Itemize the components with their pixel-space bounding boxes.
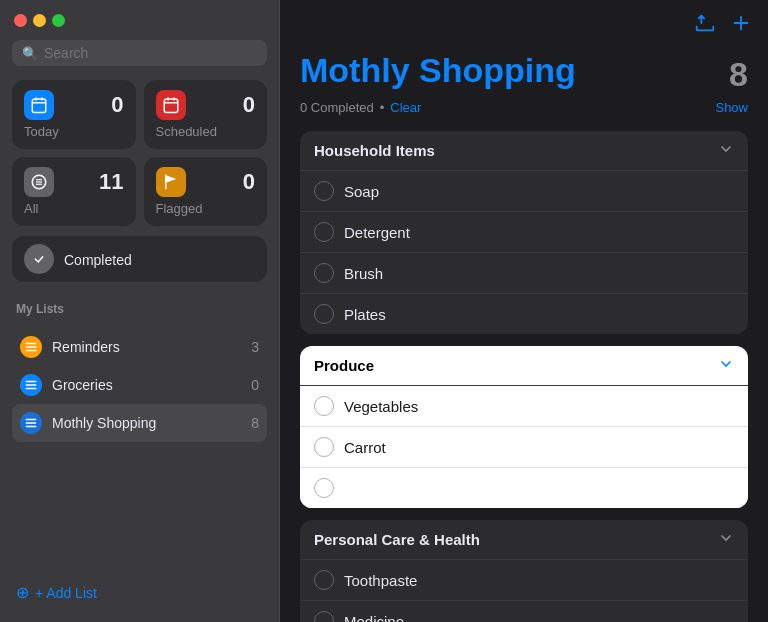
- completed-label: Completed: [64, 252, 132, 268]
- item-text: Detergent: [344, 224, 410, 241]
- close-button[interactable]: [14, 14, 27, 27]
- list-title: Mothly Shopping: [300, 51, 576, 90]
- sidebar-item-groceries[interactable]: Groceries 0: [12, 366, 267, 404]
- mothly-shopping-label: Mothly Shopping: [52, 415, 156, 431]
- completed-icon: [24, 244, 54, 274]
- sidebar-item-scheduled[interactable]: 0 Scheduled: [144, 80, 268, 149]
- item-checkbox[interactable]: [314, 396, 334, 416]
- sidebar-item-today[interactable]: 0 Today: [12, 80, 136, 149]
- groceries-dot: [20, 374, 42, 396]
- section-household: Household Items Soap Detergent: [300, 131, 748, 334]
- produce-chevron-icon: [718, 356, 734, 375]
- list-item[interactable]: Detergent: [300, 212, 748, 253]
- all-icon: [24, 167, 54, 197]
- svg-rect-0: [32, 99, 46, 113]
- traffic-lights: [14, 14, 65, 27]
- list-item[interactable]: Medicine: [300, 601, 748, 622]
- search-input[interactable]: [44, 45, 257, 61]
- item-checkbox[interactable]: [314, 263, 334, 283]
- section-household-title: Household Items: [314, 142, 435, 159]
- search-icon: 🔍: [22, 46, 38, 61]
- svg-rect-4: [164, 99, 178, 113]
- flagged-label: Flagged: [156, 201, 256, 216]
- section-produce-items: Vegetables Carrot: [300, 385, 748, 508]
- flagged-icon: [156, 167, 186, 197]
- section-produce-title: Produce: [314, 357, 374, 374]
- sidebar: 🔍 0 Today: [0, 0, 280, 622]
- list-item[interactable]: Plates: [300, 294, 748, 334]
- item-text: Medicine: [344, 613, 404, 623]
- section-household-header[interactable]: Household Items: [300, 131, 748, 170]
- mothly-shopping-count: 8: [251, 415, 259, 431]
- list-item[interactable]: Vegetables: [300, 386, 748, 427]
- mothly-shopping-dot: [20, 412, 42, 434]
- show-button[interactable]: Show: [715, 100, 748, 115]
- item-checkbox[interactable]: [314, 222, 334, 242]
- section-personal-care-items: Toothpaste Medicine: [300, 559, 748, 622]
- groceries-label: Groceries: [52, 377, 113, 393]
- clear-button[interactable]: Clear: [390, 100, 421, 115]
- item-text: Toothpaste: [344, 572, 417, 589]
- section-personal-care-header[interactable]: Personal Care & Health: [300, 520, 748, 559]
- section-personal-care: Personal Care & Health Toothpaste Medici…: [300, 520, 748, 622]
- dot-separator: •: [380, 100, 385, 115]
- list-title-row: Mothly Shopping 8: [300, 51, 748, 94]
- scheduled-label: Scheduled: [156, 124, 256, 139]
- list-item[interactable]: Brush: [300, 253, 748, 294]
- new-item-input[interactable]: [344, 480, 734, 497]
- list-item[interactable]: Carrot: [300, 427, 748, 468]
- item-text: Vegetables: [344, 398, 418, 415]
- item-text: Soap: [344, 183, 379, 200]
- minimize-button[interactable]: [33, 14, 46, 27]
- item-checkbox[interactable]: [314, 304, 334, 324]
- fullscreen-button[interactable]: [52, 14, 65, 27]
- item-text: Brush: [344, 265, 383, 282]
- completed-text: 0 Completed: [300, 100, 374, 115]
- section-household-items: Soap Detergent Brush Plates: [300, 170, 748, 334]
- list-item[interactable]: Toothpaste: [300, 560, 748, 601]
- item-checkbox[interactable]: [314, 570, 334, 590]
- sidebar-item-all[interactable]: 11 All: [12, 157, 136, 226]
- sidebar-item-reminders[interactable]: Reminders 3: [12, 328, 267, 366]
- smart-lists: 0 Today 0 Scheduled: [12, 80, 267, 226]
- search-bar[interactable]: 🔍: [12, 40, 267, 66]
- item-text: Carrot: [344, 439, 386, 456]
- main-content: Mothly Shopping 8 0 Completed • Clear Sh…: [280, 51, 768, 622]
- section-personal-care-title: Personal Care & Health: [314, 531, 480, 548]
- main-panel: Mothly Shopping 8 0 Completed • Clear Sh…: [280, 0, 768, 622]
- list-item[interactable]: Soap: [300, 171, 748, 212]
- household-chevron-icon: [718, 141, 734, 160]
- add-list-label: + Add List: [35, 585, 97, 601]
- scheduled-count: 0: [243, 92, 255, 118]
- add-list-button[interactable]: ⊕ + Add List: [12, 575, 267, 610]
- my-lists: Reminders 3 Groceries 0: [12, 328, 267, 442]
- all-count: 11: [99, 169, 123, 195]
- item-checkbox[interactable]: [314, 437, 334, 457]
- item-checkbox[interactable]: [314, 181, 334, 201]
- item-checkbox[interactable]: [314, 611, 334, 622]
- section-produce-header[interactable]: Produce: [300, 346, 748, 385]
- add-list-icon: ⊕: [16, 583, 29, 602]
- add-item-icon[interactable]: [730, 12, 752, 39]
- main-toolbar: [280, 0, 768, 51]
- groceries-count: 0: [251, 377, 259, 393]
- new-item-circle: [314, 478, 334, 498]
- new-item-row: [300, 468, 748, 508]
- sidebar-item-completed[interactable]: Completed: [12, 236, 267, 282]
- sidebar-item-mothly-shopping[interactable]: Mothly Shopping 8: [12, 404, 267, 442]
- reminders-dot: [20, 336, 42, 358]
- item-text: Plates: [344, 306, 386, 323]
- scheduled-icon: [156, 90, 186, 120]
- personal-care-chevron-icon: [718, 530, 734, 549]
- svg-point-12: [32, 252, 46, 266]
- my-lists-section-label: My Lists: [12, 298, 267, 318]
- share-icon[interactable]: [694, 12, 716, 39]
- sidebar-item-flagged[interactable]: 0 Flagged: [144, 157, 268, 226]
- reminders-label: Reminders: [52, 339, 120, 355]
- list-total-count: 8: [729, 51, 748, 94]
- today-icon: [24, 90, 54, 120]
- section-produce: Produce Vegetables Carrot: [300, 346, 748, 508]
- reminders-count: 3: [251, 339, 259, 355]
- today-count: 0: [111, 92, 123, 118]
- completed-status-row: 0 Completed • Clear Show: [300, 100, 748, 115]
